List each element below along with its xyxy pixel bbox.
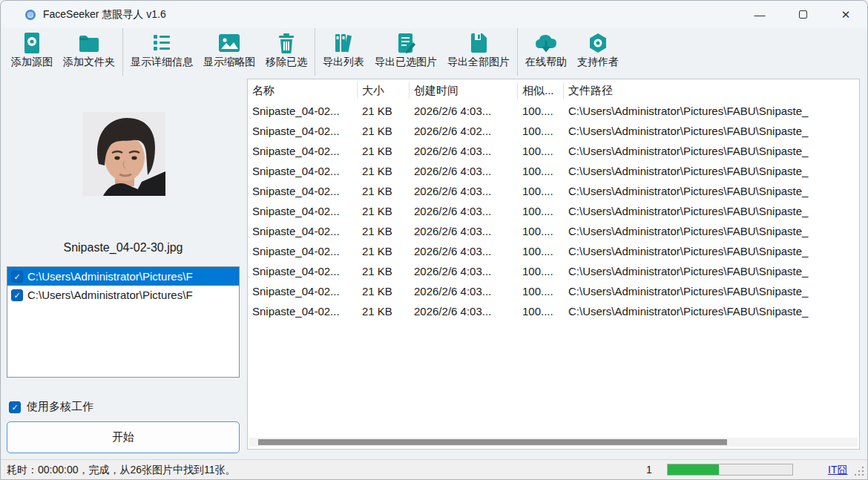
cell-created: 2026/2/6 4:03... — [410, 205, 518, 217]
maximize-button[interactable] — [781, 1, 824, 28]
progress-bar-fill — [668, 464, 719, 475]
cell-similarity: 100.... — [518, 205, 564, 217]
table-row[interactable]: Snipaste_04-02...21 KB2026/2/6 4:03...10… — [248, 301, 859, 321]
toolbar-button-export-selected[interactable]: 导出已选图片 — [369, 28, 442, 70]
online-help-icon — [534, 31, 558, 55]
cell-created: 2026/2/6 4:03... — [410, 165, 518, 177]
toolbar-group: 添加源图添加文件夹 — [4, 28, 123, 76]
folder-path-label: C:\Users\Administrator\Pictures\F — [27, 289, 193, 301]
faceseeker-window: { "window": { "title": "FaceSeeker 慧眼寻人 … — [0, 0, 868, 480]
website-link[interactable]: IT囧 — [828, 464, 847, 477]
cell-created: 2026/2/6 4:03... — [410, 245, 518, 257]
add-source-image-icon — [22, 31, 42, 55]
source-panel: Snipaste_04-02-30.jpg ✓C:\Users\Administ… — [1, 76, 246, 459]
cell-similarity: 100.... — [518, 165, 564, 177]
cell-path: C:\Users\Administrator\Pictures\FABU\Sni… — [564, 265, 859, 277]
cell-name: Snipaste_04-02... — [248, 145, 358, 157]
results-table: 名称 大小 创建时间 相似... 文件路径 Snipaste_04-02...2… — [247, 79, 860, 450]
table-row[interactable]: Snipaste_04-02...21 KB2026/2/6 4:02...10… — [248, 121, 859, 141]
thumbnail-view-icon — [218, 31, 240, 55]
column-header-similarity[interactable]: 相似... — [518, 82, 564, 99]
toolbar-button-label: 添加源图 — [11, 56, 53, 69]
close-button[interactable]: ✕ — [824, 1, 867, 28]
folder-checkbox[interactable]: ✓ — [11, 271, 23, 283]
toolbar-button-export-list[interactable]: 导出列表 — [318, 28, 369, 70]
start-button[interactable]: 开始 — [7, 421, 240, 453]
table-row[interactable]: Snipaste_04-02...21 KB2026/2/6 4:03...10… — [248, 281, 859, 301]
column-header-path[interactable]: 文件路径 — [564, 82, 859, 99]
results-table-header: 名称 大小 创建时间 相似... 文件路径 — [248, 79, 859, 101]
cell-name: Snipaste_04-02... — [248, 305, 358, 318]
cell-size: 21 KB — [358, 105, 410, 117]
cell-size: 21 KB — [358, 125, 410, 137]
cell-similarity: 100.... — [518, 305, 564, 318]
cell-created: 2026/2/6 4:03... — [410, 185, 518, 197]
toolbar-button-online-help[interactable]: 在线帮助 — [520, 28, 572, 70]
toolbar-button-label: 移除已选 — [266, 56, 307, 69]
folder-checkbox[interactable]: ✓ — [11, 289, 23, 301]
horizontal-scrollbar[interactable] — [249, 438, 858, 447]
toolbar-button-label: 显示缩略图 — [203, 56, 255, 69]
minimize-button[interactable]: — — [738, 1, 781, 28]
status-bar: 耗时：00:00:00，完成，从26张图片中找到11张。 1 IT囧 — [1, 459, 867, 479]
horizontal-scrollbar-thumb[interactable] — [258, 439, 726, 445]
toolbar-group: 在线帮助支持作者 — [518, 28, 626, 76]
table-row[interactable]: Snipaste_04-02...21 KB2026/2/6 4:03...10… — [248, 181, 859, 201]
cell-size: 21 KB — [358, 165, 410, 177]
export-list-icon — [333, 31, 354, 55]
table-row[interactable]: Snipaste_04-02...21 KB2026/2/6 4:03...10… — [248, 101, 859, 121]
cell-created: 2026/2/6 4:03... — [410, 265, 518, 277]
column-header-size[interactable]: 大小 — [358, 82, 410, 99]
toolbar-button-label: 添加文件夹 — [63, 56, 115, 69]
search-folder-list[interactable]: ✓C:\Users\Administrator\Pictures\F✓C:\Us… — [7, 266, 240, 378]
cell-path: C:\Users\Administrator\Pictures\FABU\Sni… — [564, 205, 859, 217]
folder-list-item[interactable]: ✓C:\Users\Administrator\Pictures\F — [7, 267, 239, 286]
toolbar-button-show-thumbs[interactable]: 显示缩略图 — [198, 28, 260, 70]
table-row[interactable]: Snipaste_04-02...21 KB2026/2/6 4:03...10… — [248, 161, 859, 181]
cell-similarity: 100.... — [518, 185, 564, 197]
cell-name: Snipaste_04-02... — [248, 225, 358, 237]
toolbar-button-add-source[interactable]: 添加源图 — [6, 28, 58, 70]
cell-path: C:\Users\Administrator\Pictures\FABU\Sni… — [564, 105, 859, 117]
table-row[interactable]: Snipaste_04-02...21 KB2026/2/6 4:03...10… — [248, 241, 859, 261]
table-row[interactable]: Snipaste_04-02...21 KB2026/2/6 4:03...10… — [248, 261, 859, 281]
table-row[interactable]: Snipaste_04-02...21 KB2026/2/6 4:03...10… — [248, 141, 859, 161]
toolbar-button-label: 在线帮助 — [525, 56, 567, 69]
cell-created: 2026/2/6 4:03... — [410, 105, 518, 117]
multicore-option[interactable]: ✓ 使用多核工作 — [9, 400, 93, 414]
cell-size: 21 KB — [358, 285, 410, 297]
toolbar-button-show-details[interactable]: 显示详细信息 — [125, 28, 198, 70]
toolbar: 添加源图添加文件夹显示详细信息显示缩略图移除已选导出列表导出已选图片导出全部图片… — [1, 28, 867, 76]
status-count: 1 — [646, 464, 652, 476]
multicore-checkbox[interactable]: ✓ — [9, 401, 21, 413]
cell-name: Snipaste_04-02... — [248, 205, 358, 217]
folder-list-item[interactable]: ✓C:\Users\Administrator\Pictures\F — [7, 286, 239, 304]
cell-size: 21 KB — [358, 305, 410, 318]
column-header-name[interactable]: 名称 — [248, 82, 358, 99]
folder-path-label: C:\Users\Administrator\Pictures\F — [27, 270, 193, 283]
toolbar-button-label: 支持作者 — [577, 56, 619, 69]
add-folder-icon — [78, 31, 100, 55]
multicore-label: 使用多核工作 — [27, 400, 93, 414]
trash-icon — [277, 31, 295, 55]
table-row[interactable]: Snipaste_04-02...21 KB2026/2/6 4:03...10… — [248, 221, 859, 241]
toolbar-button-label: 导出列表 — [323, 56, 364, 69]
window-title: FaceSeeker 慧眼寻人 v1.6 — [43, 8, 166, 22]
export-all-icon — [469, 31, 488, 55]
cell-name: Snipaste_04-02... — [248, 185, 358, 197]
column-header-created[interactable]: 创建时间 — [410, 82, 518, 99]
progress-bar — [667, 464, 793, 476]
toolbar-button-export-all[interactable]: 导出全部图片 — [442, 28, 515, 70]
toolbar-button-add-folder[interactable]: 添加文件夹 — [58, 28, 120, 70]
toolbar-button-remove-selected[interactable]: 移除已选 — [260, 28, 312, 70]
maximize-icon — [799, 10, 807, 19]
cell-size: 21 KB — [358, 205, 410, 217]
cell-created: 2026/2/6 4:03... — [410, 145, 518, 157]
table-row[interactable]: Snipaste_04-02...21 KB2026/2/6 4:03...10… — [248, 201, 859, 221]
toolbar-button-support-author[interactable]: 支持作者 — [572, 28, 624, 70]
resize-grip-icon[interactable] — [853, 465, 865, 477]
cell-path: C:\Users\Administrator\Pictures\FABU\Sni… — [564, 245, 859, 257]
cell-name: Snipaste_04-02... — [248, 125, 358, 137]
support-author-icon — [588, 31, 608, 55]
cell-name: Snipaste_04-02... — [248, 165, 358, 177]
